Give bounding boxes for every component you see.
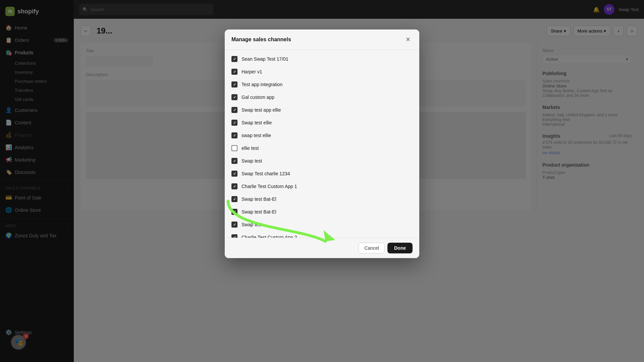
channel-checkbox[interactable] <box>231 56 237 62</box>
manage-channels-modal: Manage sales channels ✕ Sean Swap Test 1… <box>225 29 419 258</box>
channel-checkbox[interactable] <box>231 145 237 151</box>
channel-name: Harper v1 <box>241 69 262 74</box>
channel-checkbox[interactable] <box>231 209 237 215</box>
channel-name: Swap Test charlie 1234 <box>241 171 290 176</box>
channel-item[interactable]: Swap test app ellie <box>225 104 419 116</box>
channel-checkbox[interactable] <box>231 120 237 126</box>
channel-checkbox[interactable] <box>231 94 237 100</box>
channel-checkbox[interactable] <box>231 196 237 202</box>
channel-checkbox[interactable] <box>231 69 237 75</box>
channel-item[interactable]: Gal custom app <box>225 91 419 104</box>
channel-name: Swap test Bat-El <box>241 209 276 215</box>
channel-item[interactable]: Swap test <box>225 155 419 167</box>
done-button[interactable]: Done <box>387 243 413 253</box>
modal-body: Sean Swap Test 17/01 Harper v1 Test app … <box>225 50 419 238</box>
channel-item[interactable]: Charlie Test Custom App 1 <box>225 180 419 193</box>
modal-title: Manage sales channels <box>231 37 291 43</box>
channel-item[interactable]: Swap test ellie <box>225 116 419 129</box>
channel-name: Charlie Test Custom App 1 <box>241 184 297 189</box>
channel-checkbox[interactable] <box>231 107 237 113</box>
channel-name: ellie test <box>241 145 259 151</box>
channel-item[interactable]: Test app integration <box>225 78 419 91</box>
channel-checkbox[interactable] <box>231 171 237 177</box>
channel-name: Swap test <box>241 222 262 227</box>
channel-item[interactable]: ellie test <box>225 142 419 155</box>
channel-item[interactable]: Swap test Bat-El <box>225 205 419 218</box>
channel-name: Sean Swap Test 17/01 <box>241 56 288 62</box>
channel-name: Swap test Bat-El <box>241 196 276 202</box>
channel-checkbox[interactable] <box>231 158 237 164</box>
channel-name: Gal custom app <box>241 95 274 100</box>
channel-checkbox[interactable] <box>231 81 237 87</box>
channel-checkbox[interactable] <box>231 132 237 138</box>
channel-name: Swap test ellie <box>241 120 272 125</box>
channel-name: Test app integration <box>241 82 282 87</box>
channel-checkbox[interactable] <box>231 234 237 238</box>
channel-item[interactable]: Swap Test charlie 1234 <box>225 167 419 180</box>
modal-close-button[interactable]: ✕ <box>403 35 413 44</box>
channel-name: swap test ellie <box>241 133 271 138</box>
channel-item[interactable]: Swap test Bat-El <box>225 193 419 205</box>
channel-checkbox[interactable] <box>231 222 237 228</box>
channel-item[interactable]: Sean Swap Test 17/01 <box>225 53 419 65</box>
channel-item[interactable]: Charlie Test Custom App 2 <box>225 231 419 238</box>
modal-header: Manage sales channels ✕ <box>225 29 419 50</box>
channel-item[interactable]: Swap test <box>225 218 419 231</box>
cancel-button[interactable]: Cancel <box>359 243 385 253</box>
channel-name: Swap test <box>241 158 262 164</box>
channel-item[interactable]: swap test ellie <box>225 129 419 142</box>
modal-footer: Cancel Done <box>225 238 419 258</box>
channel-name: Swap test app ellie <box>241 107 281 113</box>
channel-checkbox[interactable] <box>231 183 237 189</box>
channel-name: Charlie Test Custom App 2 <box>241 235 297 238</box>
channel-item[interactable]: Harper v1 <box>225 65 419 78</box>
